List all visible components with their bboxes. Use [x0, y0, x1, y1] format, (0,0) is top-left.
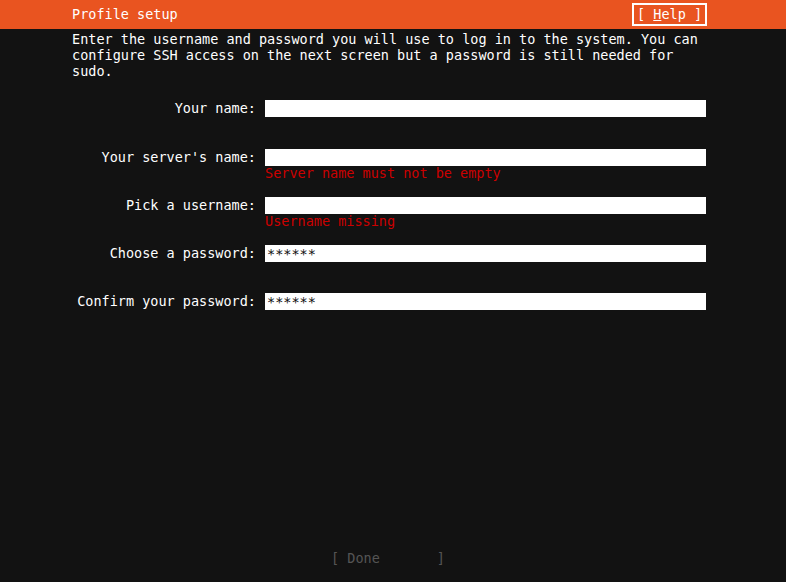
password-label: Choose a password:: [0, 245, 256, 262]
name-label: Your name:: [0, 100, 256, 117]
form-row-username: Pick a username: Username missing: [0, 197, 786, 231]
username-label: Pick a username:: [0, 197, 256, 214]
done-button[interactable]: [ Done ]: [331, 550, 445, 566]
form-row-confirm-password: Confirm your password:: [0, 293, 786, 327]
form-row-password: Choose a password:: [0, 245, 786, 279]
username-input[interactable]: [265, 197, 706, 214]
server-name-label: Your server's name:: [0, 149, 256, 166]
help-label-suffix: elp ]: [661, 6, 702, 22]
page-title: Profile setup: [72, 0, 178, 29]
server-name-input[interactable]: [265, 149, 706, 166]
confirm-password-label: Confirm your password:: [0, 293, 256, 310]
intro-text: Enter the username and password you will…: [72, 31, 698, 79]
help-button[interactable]: [ Help ]: [632, 3, 707, 26]
confirm-password-input[interactable]: [265, 293, 706, 310]
password-input[interactable]: [265, 245, 706, 262]
form-row-server-name: Your server's name: Server name must not…: [0, 149, 786, 183]
form-row-name: Your name:: [0, 100, 786, 134]
username-error: Username missing: [265, 214, 395, 229]
server-name-error: Server name must not be empty: [265, 166, 501, 181]
header-bar: Profile setup [ Help ]: [0, 0, 786, 29]
help-label-prefix: [: [637, 6, 653, 22]
name-input[interactable]: [265, 100, 706, 117]
